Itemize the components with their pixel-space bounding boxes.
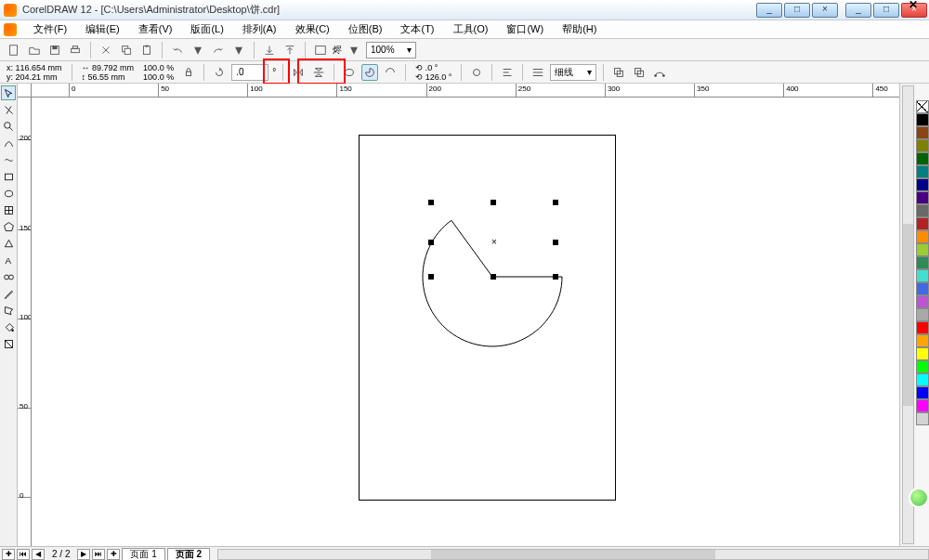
handle-center[interactable]: ×	[491, 238, 498, 245]
pie-angles[interactable]: ⟲ .0 ° ⟲ 126.0 °	[412, 63, 454, 82]
handle-ne[interactable]	[553, 200, 558, 205]
object-position[interactable]: x: 116.654 mm y: 204.21 mm	[4, 63, 65, 82]
handle-nw[interactable]	[428, 200, 434, 205]
swatch-none[interactable]	[916, 100, 929, 113]
open-icon[interactable]	[26, 42, 43, 59]
outline-width-select[interactable]: 细线▾	[550, 64, 596, 81]
polygon-tool[interactable]	[1, 219, 16, 234]
prev-page-button[interactable]: ◀	[32, 549, 45, 560]
menu-window[interactable]: 窗口(W)	[497, 20, 553, 38]
arc-mode-button[interactable]	[382, 64, 399, 81]
import-icon[interactable]	[261, 42, 278, 59]
freehand-tool[interactable]	[1, 136, 16, 150]
redo-icon[interactable]	[210, 42, 227, 59]
minimize-button[interactable]: _	[845, 3, 871, 18]
menu-file[interactable]: 文件(F)	[24, 20, 76, 38]
swatch[interactable]	[916, 269, 929, 282]
mirror-v-button[interactable]	[310, 64, 327, 81]
basic-shapes-tool[interactable]	[1, 236, 16, 251]
handle-sw[interactable]	[428, 274, 434, 280]
swatch[interactable]	[916, 113, 929, 126]
swatch[interactable]	[916, 360, 929, 373]
eyedropper-tool[interactable]	[1, 286, 16, 301]
swatch[interactable]	[916, 191, 929, 204]
copy-icon[interactable]	[118, 42, 135, 59]
vertical-ruler[interactable]: 050100150200	[18, 98, 32, 546]
menu-bitmap[interactable]: 位图(B)	[339, 20, 392, 38]
rectangle-tool[interactable]	[1, 169, 16, 184]
interactive-blend-tool[interactable]	[1, 269, 16, 284]
swatch[interactable]	[916, 243, 929, 256]
save-icon[interactable]	[46, 42, 63, 59]
object-scale[interactable]: 100.0 % 100.0 %	[140, 63, 177, 82]
handle-w[interactable]	[428, 240, 434, 245]
redo-dropdown-icon[interactable]: ▾	[230, 42, 247, 59]
swatch[interactable]	[916, 321, 929, 334]
direction-toggle-button[interactable]	[468, 64, 485, 81]
swatch[interactable]	[916, 373, 929, 386]
docker-close-button[interactable]: ✕	[907, 0, 920, 11]
export-icon[interactable]	[281, 42, 298, 59]
minimize-inner-button[interactable]: _	[756, 3, 782, 18]
swatch[interactable]	[916, 412, 929, 425]
undo-dropdown-icon[interactable]: ▾	[190, 42, 206, 59]
swatch[interactable]	[916, 217, 929, 230]
swatch[interactable]	[916, 256, 929, 269]
last-page-button[interactable]: ⏭	[92, 549, 105, 560]
drawing-surface[interactable]: ×	[32, 98, 885, 532]
smart-draw-tool[interactable]	[1, 152, 16, 167]
handle-se[interactable]	[553, 274, 558, 280]
undo-icon[interactable]	[169, 42, 186, 59]
paste-icon[interactable]	[138, 42, 155, 59]
to-front-button[interactable]	[610, 64, 627, 81]
menu-text[interactable]: 文本(T)	[391, 20, 443, 38]
close-inner-button[interactable]: ×	[812, 3, 838, 18]
swatch[interactable]	[916, 295, 929, 308]
swatch[interactable]	[916, 230, 929, 243]
next-page-button[interactable]: ▶	[77, 549, 90, 560]
swatch[interactable]	[916, 347, 929, 360]
ruler-corner[interactable]	[18, 84, 32, 98]
ellipse-tool[interactable]	[1, 186, 16, 201]
shape-tool[interactable]	[1, 102, 16, 117]
zoom-tool[interactable]	[1, 119, 16, 134]
canvas[interactable]: 050100150200250300350400450 050100150200…	[18, 84, 899, 546]
handle-s[interactable]	[491, 274, 496, 280]
fill-tool[interactable]	[1, 319, 16, 334]
menu-effects[interactable]: 效果(C)	[286, 20, 339, 38]
menu-edit[interactable]: 编辑(E)	[76, 20, 129, 38]
first-page-button[interactable]: ⏮	[17, 549, 30, 560]
swatch[interactable]	[916, 204, 929, 217]
vertical-scrollbar[interactable]	[899, 84, 915, 546]
maximize-button[interactable]: □	[873, 3, 899, 18]
ellipse-mode-button[interactable]	[341, 64, 358, 81]
add-page-after-button[interactable]: ✚	[107, 549, 120, 560]
new-icon[interactable]	[6, 42, 22, 59]
wrap-text-button[interactable]	[499, 64, 516, 81]
assist-badge-icon[interactable]	[909, 488, 929, 508]
rotation-input[interactable]	[231, 64, 268, 81]
interactive-fill-tool[interactable]	[1, 336, 16, 351]
page-tab-2[interactable]: 页面 2	[167, 548, 210, 561]
swatch[interactable]	[916, 126, 929, 139]
swatch[interactable]	[916, 178, 929, 191]
pick-tool[interactable]	[1, 85, 16, 100]
lock-dropdown-icon[interactable]: ▾	[346, 42, 362, 59]
handle-e[interactable]	[553, 240, 558, 245]
app-launcher-icon[interactable]	[312, 42, 329, 59]
add-page-button[interactable]: ✚	[2, 549, 15, 560]
mirror-h-button[interactable]	[290, 64, 307, 81]
swatch[interactable]	[916, 152, 929, 165]
pie-mode-button[interactable]	[361, 64, 378, 81]
page-tab-1[interactable]: 页面 1	[122, 548, 164, 561]
zoom-level[interactable]: 100%▾	[366, 42, 416, 59]
handle-n[interactable]	[491, 200, 496, 205]
print-icon[interactable]	[67, 42, 84, 59]
menu-tools[interactable]: 工具(O)	[444, 20, 498, 38]
menu-view[interactable]: 查看(V)	[129, 20, 182, 38]
swatch[interactable]	[916, 399, 929, 412]
lock-ratio-button[interactable]	[180, 64, 197, 81]
horizontal-ruler[interactable]: 050100150200250300350400450	[32, 84, 899, 98]
cut-icon[interactable]	[98, 42, 114, 59]
outline-tool[interactable]	[1, 303, 16, 318]
